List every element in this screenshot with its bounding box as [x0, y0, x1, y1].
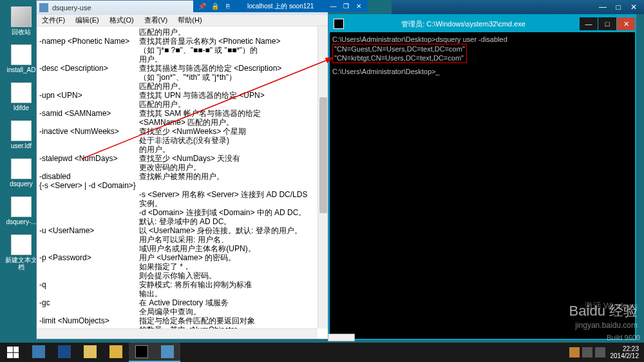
start-button[interactable]	[0, 343, 26, 362]
notepad-text-content[interactable]: 匹配的用户。-namep <Phonetic Name>查找其拼音显示名称为 <…	[37, 26, 328, 339]
taskbar-clock[interactable]: 22:23 2014/2/12	[611, 345, 639, 359]
desktop-icon-dsquery[interactable]: dsquery	[5, 158, 37, 187]
clock-time: 22:23	[611, 345, 639, 352]
cmd-line: "CN=krbtgt,CN=Users,DC=text,DC=com"	[334, 53, 465, 62]
connection-icon[interactable]: ⎘	[222, 2, 234, 11]
desktop-icon-user-ldf[interactable]: user.ldf	[5, 120, 37, 149]
file-icon	[11, 44, 32, 65]
powershell-icon	[58, 345, 71, 358]
cmd-icon	[334, 19, 344, 29]
background-window-fragment	[328, 334, 355, 341]
cmd-task-icon	[135, 345, 148, 358]
task-admin-tools[interactable]	[155, 343, 180, 362]
cmd-titlebar[interactable]: 管理员: C:\Windows\system32\cmd.exe — □ ✕	[330, 15, 635, 32]
remote-session-bar[interactable]: 📌 🔒 ⎘ localhost 上的 soon121 — ❐ ✕	[193, 0, 368, 12]
task-explorer[interactable]	[77, 343, 103, 362]
notepad-icon	[39, 3, 48, 12]
minimize-button[interactable]: —	[595, 2, 611, 12]
desktop-icon-dsquery-2[interactable]: dsquery-...	[5, 196, 37, 225]
menu-format[interactable]: 格式(O)	[104, 15, 139, 26]
remote-session-label: localhost 上的 soon121	[234, 2, 327, 11]
file-icon	[11, 158, 32, 179]
vertical-scrollbar[interactable]	[317, 26, 328, 329]
tray-flag-icon[interactable]	[569, 347, 580, 357]
server-manager-icon	[32, 345, 45, 358]
cmd-line: C:\Users\Administrator\Desktop>_	[332, 67, 632, 76]
horizontal-scrollbar[interactable]	[37, 329, 317, 339]
file-icon	[11, 196, 32, 217]
notepad-menubar[interactable]: 文件(F) 编辑(E) 格式(O) 查看(V) 帮助(H)	[37, 15, 328, 26]
windows-logo-icon	[7, 347, 19, 358]
rb-minimize[interactable]: —	[327, 2, 339, 11]
desktop-icon-ldifde[interactable]: ldifde	[5, 82, 37, 111]
maximize-button[interactable]: □	[611, 2, 626, 12]
scroll-thumb[interactable]	[319, 97, 327, 213]
task-cmd[interactable]	[129, 343, 155, 362]
cmd-title-text: 管理员: C:\Windows\system32\cmd.exe	[348, 19, 579, 29]
notepad-body[interactable]: 匹配的用户。-namep <Phonetic Name>查找其拼音显示名称为 <…	[37, 26, 328, 339]
task-powershell[interactable]	[52, 343, 77, 362]
admin-tools-icon	[161, 345, 174, 358]
menu-edit[interactable]: 编辑(E)	[70, 15, 104, 26]
clock-date: 2014/2/12	[611, 352, 639, 359]
taskbar[interactable]: 22:23 2014/2/12	[0, 343, 644, 362]
menu-help[interactable]: 帮助(H)	[173, 15, 207, 26]
cmd-result-highlight: "CN=Guest,CN=Users,DC=text,DC=com" "CN=k…	[332, 44, 467, 63]
cmd-output[interactable]: C:\Users\Administrator\Desktop>dsquery u…	[330, 32, 635, 79]
recycle-bin-icon	[11, 6, 32, 27]
file-icon	[11, 82, 32, 103]
menu-view[interactable]: 查看(V)	[139, 15, 173, 26]
desktop-icon-new-text[interactable]: 新建文本文 档	[5, 234, 37, 271]
notepad-title-text: dsquery-use	[52, 4, 91, 12]
pin-icon[interactable]: 📌	[196, 2, 208, 11]
lock-icon[interactable]: 🔒	[209, 2, 221, 11]
system-tray[interactable]: 22:23 2014/2/12	[568, 345, 645, 359]
task-folder[interactable]	[103, 343, 129, 362]
close-button[interactable]: ✕	[626, 2, 641, 12]
task-server-manager[interactable]	[26, 343, 52, 362]
notepad-window[interactable]: dsquery-use 文件(F) 编辑(E) 格式(O) 查看(V) 帮助(H…	[36, 0, 328, 339]
cmd-line: "CN=Guest,CN=Users,DC=text,DC=com"	[334, 44, 465, 53]
cmd-line: C:\Users\Administrator\Desktop>dsquery u…	[332, 35, 632, 44]
tray-volume-icon[interactable]	[595, 347, 605, 357]
desktop-icon-install-ad[interactable]: install_AD	[5, 44, 37, 73]
background-window-titlebar[interactable]: — □ ✕	[392, 0, 644, 14]
explorer-icon	[84, 345, 97, 358]
menu-file[interactable]: 文件(F)	[37, 15, 70, 26]
file-icon	[11, 234, 32, 255]
tray-network-icon[interactable]	[582, 347, 592, 357]
cmd-maximize-button[interactable]: □	[598, 17, 616, 30]
cmd-close-button[interactable]: ✕	[617, 17, 635, 30]
desktop-icon-area: 回收站 install_AD ldifde user.ldf dsquery d…	[5, 6, 37, 280]
rb-close[interactable]: ✕	[353, 2, 365, 11]
folder-icon	[109, 345, 122, 358]
cmd-window[interactable]: 管理员: C:\Windows\system32\cmd.exe — □ ✕ C…	[328, 14, 636, 340]
desktop-icon-recycle-bin[interactable]: 回收站	[5, 6, 37, 35]
cmd-minimize-button[interactable]: —	[580, 17, 598, 30]
file-icon	[11, 120, 32, 141]
rb-restore[interactable]: ❐	[340, 2, 352, 11]
